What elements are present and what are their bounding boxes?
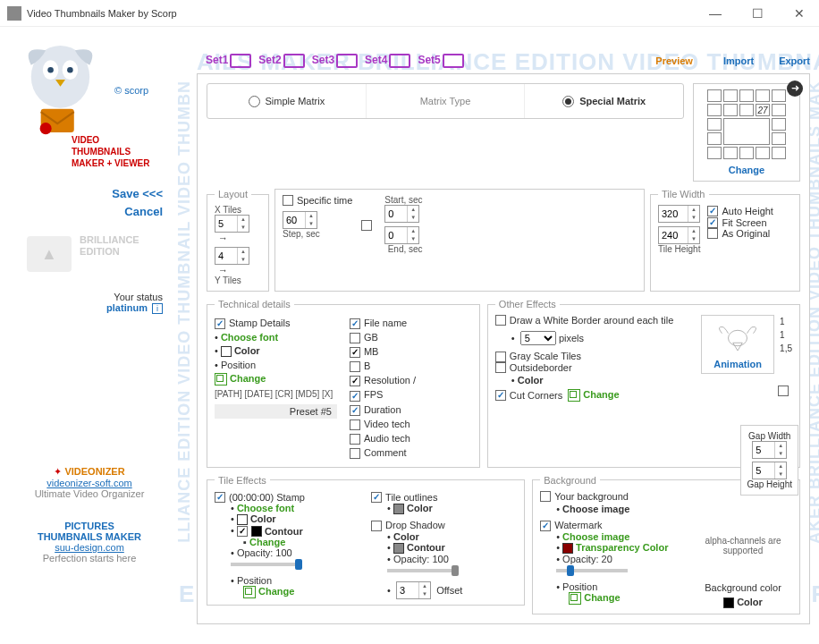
offset-spinner[interactable]: ▲▼	[396, 581, 431, 599]
svg-point-6	[40, 123, 52, 134]
app-icon	[7, 6, 21, 21]
bg-opacity-slider[interactable]	[556, 569, 628, 572]
outsideborder-check[interactable]: Outsideborder	[495, 362, 572, 373]
outlines-color-swatch[interactable]	[393, 504, 404, 514]
bg-position-icon	[569, 592, 581, 605]
status-label: Your status	[9, 292, 163, 302]
owl-logo	[9, 36, 112, 143]
specific-time-check[interactable]: Specific time	[283, 195, 352, 206]
animation-box[interactable]: Animation	[701, 315, 774, 374]
mb-check[interactable]: MB	[350, 346, 472, 358]
info-icon[interactable]: i	[152, 303, 163, 314]
matrix-type-label: Matrix Type	[366, 84, 526, 118]
matrix-change-link[interactable]: Change	[699, 165, 794, 175]
maximize-button[interactable]: ☐	[745, 4, 771, 22]
bgcolor-label: Background color	[694, 582, 792, 593]
cutcorners-check[interactable]: Cut Corners	[495, 390, 562, 401]
special-matrix-radio[interactable]: Special Matrix	[525, 84, 683, 118]
tab-set4[interactable]: Set4	[365, 54, 410, 68]
tilewidth-spinner[interactable]: ▲▼	[658, 205, 700, 223]
gb-check[interactable]: GB	[350, 332, 472, 343]
cutcorners-icon	[568, 389, 580, 402]
gap-fieldset: Gap Width ▲▼ ▲▼ Gap Height	[740, 425, 798, 496]
position-icon	[215, 373, 227, 386]
layout-fieldset: Layout X Tiles ▲▼ → ▲▼ → Y Tiles	[207, 189, 269, 292]
stampdetails-check[interactable]: Stamp Details	[215, 318, 337, 329]
gapheight-spinner[interactable]: ▲▼	[752, 462, 787, 479]
asoriginal-check[interactable]: As Original	[707, 228, 770, 239]
other-extra-check[interactable]	[778, 386, 789, 396]
gapwidth-spinner[interactable]: ▲▼	[752, 441, 787, 459]
drop-contour-swatch[interactable]	[393, 543, 404, 554]
promo1-name: VIDEONIZER	[64, 466, 124, 477]
tab-set1[interactable]: Set1	[206, 54, 251, 68]
up-button[interactable]: ▲	[27, 236, 72, 272]
timestamp-check[interactable]: (00:00:00) Stamp	[215, 492, 305, 503]
bg-chooseimg1[interactable]: Choose image	[562, 504, 629, 514]
whiteborder-check[interactable]: Draw a White Border around each tile	[495, 315, 673, 326]
tab-export[interactable]: Export	[779, 55, 810, 66]
fps-check[interactable]: FPS	[350, 389, 472, 401]
tilefx-position-change[interactable]: Change	[258, 586, 294, 597]
trans-color-swatch[interactable]	[562, 543, 573, 554]
tilewidth-fieldset: Tile Width ▲▼ ▲▼ Tile Height Auto Height…	[650, 189, 800, 292]
cancel-button[interactable]: Cancel	[9, 203, 163, 221]
audiotech-check[interactable]: Audio tech	[350, 433, 472, 445]
comment-check[interactable]: Comment	[350, 447, 472, 459]
promo1-sub: Ultimate Video Organizer	[9, 488, 170, 499]
xtiles-spinner[interactable]: ▲▼	[215, 215, 249, 233]
minimize-button[interactable]: —	[702, 4, 729, 22]
tileheight-spinner[interactable]: ▲▼	[658, 226, 700, 244]
tab-import[interactable]: Import	[723, 55, 754, 66]
bg-change[interactable]: Change	[584, 592, 620, 603]
sidebar: © scorp VIDEO THUMBNAILS MAKER + VIEWER …	[0, 27, 179, 644]
outlines-check[interactable]: Tile outlines	[371, 492, 437, 503]
svg-point-3	[47, 67, 54, 73]
pixels-select[interactable]: 5	[520, 331, 556, 345]
edition-label: BRILLIANCEEDITION	[80, 234, 139, 258]
promo1-link[interactable]: videonizer-soft.com	[46, 478, 131, 488]
preview-next-icon[interactable]: ➜	[787, 80, 803, 97]
tech-change[interactable]: Change	[230, 373, 266, 384]
tab-set2[interactable]: Set2	[258, 54, 304, 68]
opacity-slider[interactable]	[231, 563, 302, 566]
watermark-chooseimg[interactable]: Choose image	[562, 531, 629, 542]
b-check[interactable]: B	[350, 360, 472, 372]
contour-check[interactable]: Contour	[237, 526, 303, 537]
grayscale-check[interactable]: Gray Scale Tiles	[495, 351, 694, 362]
tilefx-color-swatch[interactable]	[237, 514, 248, 525]
yourbg-check[interactable]: Your background	[540, 491, 629, 502]
close-button[interactable]: ✕	[787, 4, 812, 22]
tab-set5[interactable]: Set5	[418, 54, 463, 68]
videotech-check[interactable]: Video tech	[350, 419, 472, 430]
save-button[interactable]: Save <<<	[9, 185, 163, 203]
autoheight-check[interactable]: Auto Height	[707, 206, 773, 216]
trans-color[interactable]: Transparency Color	[576, 542, 668, 553]
bgcolor-swatch[interactable]	[723, 597, 734, 608]
step-spinner[interactable]: ▲▼	[283, 211, 317, 229]
promo2-l1: PICTURES	[9, 521, 170, 531]
simple-matrix-radio[interactable]: Simple Matrix	[207, 84, 366, 118]
tech-choosefont[interactable]: Choose font	[221, 332, 278, 343]
fitscreen-check[interactable]: Fit Screen	[707, 217, 766, 228]
timing-enable-check[interactable]	[361, 220, 372, 231]
watermark-check[interactable]: Watermark	[540, 520, 685, 531]
end-spinner[interactable]: ▲▼	[384, 226, 419, 244]
duration-check[interactable]: Duration	[350, 404, 472, 416]
tech-color-swatch[interactable]	[221, 346, 232, 357]
dropshadow-check[interactable]: Drop Shadow	[371, 520, 517, 531]
filename-check[interactable]: File name	[350, 318, 472, 329]
alpha-note: alpha-channels are supported	[694, 536, 792, 555]
contour-change[interactable]: Change	[249, 537, 285, 547]
tab-preview[interactable]: Preview	[655, 55, 693, 66]
tilefx-choosefont[interactable]: Choose font	[237, 503, 294, 513]
drop-opacity-slider[interactable]	[387, 569, 459, 572]
promo2-link[interactable]: suu-design.com	[55, 542, 124, 553]
cutcorners-change[interactable]: Change	[583, 389, 619, 400]
tab-set3[interactable]: Set3	[312, 54, 358, 68]
tilefx-position-icon	[243, 586, 256, 598]
scorp-label: © scorp	[114, 85, 148, 96]
ytiles-spinner[interactable]: ▲▼	[215, 247, 249, 265]
start-spinner[interactable]: ▲▼	[384, 205, 419, 223]
resolution-check[interactable]: Resolution /	[350, 375, 472, 386]
